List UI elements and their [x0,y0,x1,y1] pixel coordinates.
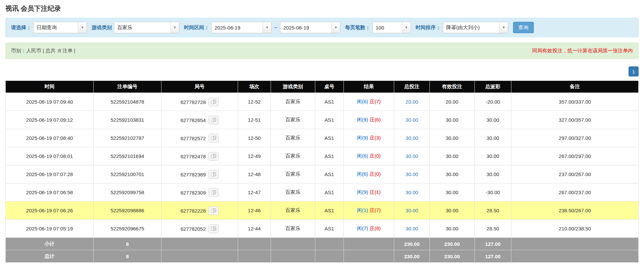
result-banker: 庄(3) [370,135,381,141]
time-cell: 2025-06-19 07:09:40 [6,93,94,111]
query-type-combobox[interactable]: ▼ [33,22,87,33]
query-button[interactable]: 查询 [513,22,534,33]
payout-cell: 30.00 [474,147,511,165]
summary-empty-cell [511,238,639,250]
sort-combobox[interactable]: ▼ [443,22,508,33]
round-id-cell: 627782728 [161,93,238,111]
valid-bet-cell: 20.00 [429,93,474,111]
result-player: 闲(6) [357,99,368,104]
summary-payout-cell: 127.00 [474,250,511,263]
payout-cell: -20.00 [474,93,511,111]
summary-empty-cell [271,238,315,250]
total-bet-link[interactable]: 30.00 [406,171,418,177]
date-range-separator: ~ [274,25,277,31]
total-bet-link[interactable]: 30.00 [406,153,418,159]
col-header-round-id: 局号 [161,81,238,93]
bet-id-cell: 522592101694 [94,147,162,165]
table-row: 2025-06-19 07:09:40522592104878627782728… [6,93,639,111]
round-id-cell: 627782052 [161,220,238,238]
chevron-down-icon[interactable]: ▼ [170,22,179,33]
game-type-combobox[interactable]: ▼ [114,22,179,33]
sort-input[interactable] [443,22,499,33]
summary-row: 小计8230.00230.00127.00 [6,238,639,250]
summary-valid-bet-cell: 230.00 [429,238,474,250]
page-title: 视讯 会员下注纪录 [5,4,639,13]
table-no-cell: AS1 [315,165,343,183]
header-row: 时间 注单编号 局号 场次 游戏类别 桌号 结果 总投注 有效投注 总派彩 备注 [6,81,639,93]
date-to-combobox[interactable]: ▼ [280,22,340,33]
session-cell: 12-47 [238,183,271,202]
bet-id-cell: 522592099758 [94,183,162,202]
page-size-input[interactable] [373,22,402,33]
result-player: 闲(1) [357,207,368,213]
page-size-combobox[interactable]: ▼ [372,22,411,33]
valid-bet-cell: 30.00 [429,220,474,238]
payout-cell: 30.00 [474,165,511,183]
session-cell: 12-46 [238,202,271,220]
filter-bar: 请选择： ▼ 游戏类别 ▼ 时间区间： ▼ ~ ▼ 每页笔数： ▼ 时间排序： … [5,18,639,37]
summary-valid-bet-cell: 230.00 [429,250,474,263]
col-header-valid-bet: 有效投注 [429,81,474,93]
remark-cell: 210.00/238.50 [511,220,639,238]
total-bet-link[interactable]: 30.00 [406,208,418,213]
time-cell: 2025-06-19 07:05:19 [6,220,94,238]
game-result-cards-icon[interactable] [209,206,219,215]
game-type-cell: 百家乐 [271,202,315,220]
col-header-bet-id: 注单编号 [94,81,162,93]
round-id-text: 627782654 [181,117,206,123]
game-type-label: 游戏类别 [92,24,112,31]
bet-id-cell: 522592103831 [94,111,162,129]
date-to-input[interactable] [280,22,331,33]
query-type-input[interactable] [34,22,78,33]
table-row: 2025-06-19 07:06:58522592099758627782309… [6,183,639,202]
time-cell: 2025-06-19 07:09:12 [6,111,94,129]
game-result-cards-icon[interactable] [209,116,219,124]
game-type-cell: 百家乐 [271,220,315,238]
total-bet-cell: 30.00 [394,202,430,220]
result-cell: 闲(9) 庄(1) [343,183,394,202]
page-number-button[interactable]: 1 [629,66,639,76]
date-from-combobox[interactable]: ▼ [211,22,272,33]
bet-table-body: 2025-06-19 07:09:40522592104878627782728… [6,93,639,238]
summary-count-cell: 8 [94,250,162,263]
result-cell: 闲(6) 庄(0) [343,147,394,165]
time-cell: 2025-06-19 07:06:26 [6,202,94,220]
result-banker: 庄(8) [370,225,381,231]
game-result-cards-icon[interactable] [209,98,219,106]
time-range-label: 时间区间： [184,24,209,31]
game-result-cards-icon[interactable] [209,188,219,197]
chevron-down-icon[interactable]: ▼ [331,22,340,33]
total-bet-link[interactable]: 20.00 [406,99,418,105]
total-bet-link[interactable]: 30.00 [406,226,418,231]
col-header-table-no: 桌号 [315,81,343,93]
game-result-cards-icon[interactable] [209,134,219,143]
result-banker: 庄(7) [370,207,381,213]
total-bet-link[interactable]: 30.00 [406,135,418,141]
chevron-down-icon[interactable]: ▼ [402,22,411,33]
bet-table-footer: 小计8230.00230.00127.00总计8230.00230.00127.… [6,238,639,263]
total-bet-link[interactable]: 30.00 [406,117,418,123]
col-header-result: 结果 [343,81,394,93]
sort-label: 时间排序： [416,24,441,31]
remark-cell: 357.00/337.00 [511,93,639,111]
round-id-cell: 627782572 [161,129,238,147]
game-result-cards-icon[interactable] [209,170,219,179]
session-cell: 12-52 [238,93,271,111]
chevron-down-icon[interactable]: ▼ [263,22,271,33]
total-bet-cell: 30.00 [394,111,430,129]
summary-empty-cell [161,250,238,263]
game-result-cards-icon[interactable] [209,152,219,161]
date-from-input[interactable] [212,22,263,33]
summary-total-bet-cell: 230.00 [394,238,430,250]
round-id-text: 627782572 [181,135,206,141]
table-no-cell: AS1 [315,202,343,220]
chevron-down-icon[interactable]: ▼ [499,22,508,33]
summary-empty-cell [271,250,315,263]
payout-cell: 30.00 [474,111,511,129]
payout-cell: 28.50 [474,202,511,220]
game-type-input[interactable] [114,22,170,33]
chevron-down-icon[interactable]: ▼ [78,22,87,33]
total-bet-link[interactable]: 30.00 [406,189,418,195]
summary-empty-cell [343,238,394,250]
game-result-cards-icon[interactable] [209,224,219,233]
